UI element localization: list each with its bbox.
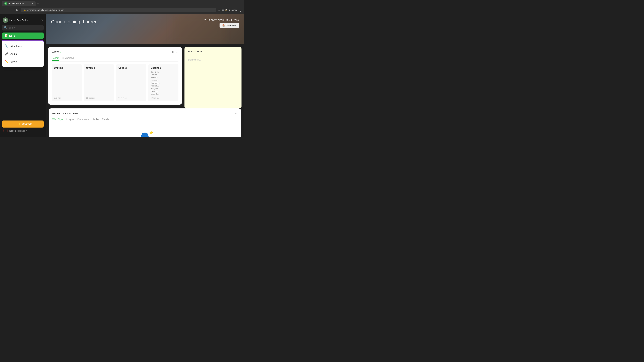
bookmark-icon[interactable]: ☆ [218, 8, 220, 12]
notes-tabs: Recent Suggested [52, 57, 178, 61]
recently-captured-more-button[interactable]: ··· [235, 112, 238, 115]
scratch-pad-input[interactable]: Start writing... [188, 58, 238, 105]
notes-grid: Untitled Just now Untitled 21 min ago Un… [52, 64, 178, 101]
user-profile[interactable]: LD Lauren Dale Deli ∨ [3, 17, 28, 23]
scratch-pad-card: SCRATCH PAD ··· Start writing... [184, 47, 242, 108]
new-note-button[interactable]: 📝 Note [2, 32, 44, 39]
active-tab[interactable]: 🐘 Home - Evernote × [2, 1, 36, 6]
scratch-more-button[interactable]: ··· [236, 51, 238, 55]
capture-empty-state: 👤 ⭐ 🔖 [52, 125, 238, 137]
sidebar: LD Lauren Dale Deli ∨ ⚙ 🔍 📝 Note ✅ Task [0, 14, 46, 137]
capture-tab-audio[interactable]: Audio [92, 118, 98, 122]
menu-item-sketch[interactable]: ✏️ Sketch [2, 58, 44, 65]
note-card-2[interactable]: Untitled 36 min ago [116, 64, 146, 101]
menu-item-attachment[interactable]: 📎 Attachment [2, 42, 44, 50]
greeting-text: Good evening, Lauren! [51, 19, 99, 24]
menu-item-audio[interactable]: 🎤 Audio [2, 50, 44, 58]
search-bar[interactable]: 🔍 [2, 25, 44, 30]
capture-tab-web-clips[interactable]: Web Clips [52, 118, 63, 122]
note-card-0[interactable]: Untitled Just now [52, 64, 82, 101]
incognito-badge: 🕵 Incognito [225, 9, 238, 11]
upgrade-button[interactable]: ⚡ ⚡ Upgrade [2, 120, 44, 128]
note-card-1[interactable]: Untitled 21 min ago [84, 64, 114, 101]
notes-title-link[interactable]: NOTES › [52, 51, 61, 54]
capture-tab-documents[interactable]: Documents [77, 118, 89, 122]
tab-favicon: 🐘 [4, 2, 7, 5]
hero-banner: Good evening, Lauren! THURSDAY, FEBRUARY… [46, 14, 244, 44]
nav-back-button[interactable]: ← [2, 7, 7, 12]
user-name: Lauren Dale Deli [10, 19, 26, 21]
help-link[interactable]: ❓ ❓ Need a little help? [2, 129, 44, 133]
search-icon: 🔍 [4, 26, 7, 29]
customize-icon: 🏠 [222, 24, 225, 27]
attachment-icon: 📎 [5, 44, 8, 48]
tab-suggested[interactable]: Suggested [62, 57, 74, 61]
create-dropdown-menu: 📎 Attachment 🎤 Audio ✏️ Sketch [2, 41, 44, 67]
notes-list-view-button[interactable]: ⊞ [172, 50, 174, 54]
note-card-3[interactable]: Meetings Date & T... Goal To c... tasks … [148, 64, 178, 101]
upgrade-icon: ⚡ [14, 122, 16, 125]
audio-icon: 🎤 [5, 52, 8, 56]
date-display: THURSDAY, FEBRUARY 1, 2024 [204, 19, 239, 21]
capture-tabs: Web Clips Images Documents Audio Emails [52, 118, 238, 123]
tab-close-icon[interactable]: × [32, 2, 33, 5]
note-icon: 📝 [5, 34, 8, 37]
main-content: Good evening, Lauren! THURSDAY, FEBRUARY… [46, 14, 244, 137]
notes-more-button[interactable]: ··· [176, 50, 178, 54]
scratch-placeholder: Start writing... [188, 58, 202, 61]
nav-refresh-button[interactable]: ↻ [15, 7, 19, 12]
user-chevron-icon: ∨ [27, 19, 28, 21]
customize-button[interactable]: 🏠 Customize [220, 23, 239, 28]
address-bar[interactable]: 🔒 evernote.com/client/web?login=true#/ [21, 8, 216, 12]
capture-tab-emails[interactable]: Emails [102, 118, 109, 122]
search-input[interactable] [8, 26, 42, 29]
tab-recent[interactable]: Recent [52, 57, 59, 61]
sketch-icon: ✏️ [5, 60, 8, 63]
recently-captured-section: RECENTLY CAPTURED ··· Web Clips Images D… [49, 108, 241, 137]
address-text: evernote.com/client/web?login=true#/ [27, 9, 64, 11]
nav-forward-button[interactable]: → [8, 7, 14, 12]
capture-tab-images[interactable]: Images [66, 118, 74, 122]
help-icon: ❓ [2, 130, 5, 132]
avatar: LD [3, 17, 8, 23]
notes-card: NOTES › ⊞ ··· Recent Suggested [48, 47, 182, 105]
tab-add-button[interactable]: + [36, 1, 41, 5]
settings-icon[interactable]: ⚙ [40, 18, 43, 22]
tab-title: Home - Evernote [8, 2, 24, 5]
browser-more-icon[interactable]: ⋮ [239, 8, 242, 12]
split-icon[interactable]: ⧉ [222, 8, 224, 11]
